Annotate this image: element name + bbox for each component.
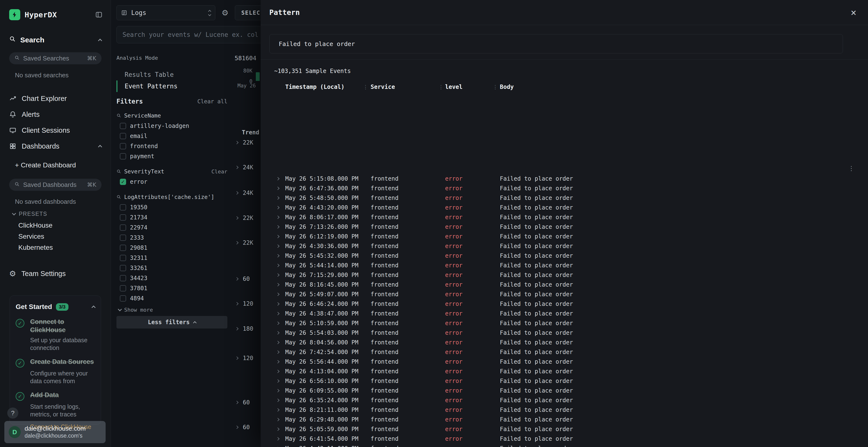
source-settings-gear-icon[interactable]: ⚙ bbox=[222, 9, 228, 16]
event-row[interactable]: May 26 7:13:26.000 PMfrontenderrorFailed… bbox=[261, 222, 868, 232]
chevron-right-icon[interactable] bbox=[276, 399, 279, 402]
filter-checkbox-row[interactable]: email bbox=[117, 131, 227, 141]
pattern-row-fragment[interactable]: 60 bbox=[236, 398, 250, 407]
event-row[interactable]: May 26 7:42:54.000 PMfrontenderrorFailed… bbox=[261, 347, 868, 357]
chevron-right-icon[interactable] bbox=[276, 254, 279, 257]
chevron-right-icon[interactable] bbox=[276, 225, 279, 229]
column-resize-icon[interactable]: ⋮ bbox=[493, 84, 500, 90]
pattern-row-fragment[interactable]: 120 bbox=[236, 300, 253, 308]
get-started-item-connect-to-clickhouse[interactable]: ✓Connect to ClickHouseSet up your databa… bbox=[16, 318, 95, 352]
filter-checkbox-row[interactable]: 2333 bbox=[117, 233, 227, 243]
event-row[interactable]: May 26 8:16:45.000 PMfrontenderrorFailed… bbox=[261, 280, 868, 289]
clear-all-filters-link[interactable]: Clear all bbox=[197, 98, 227, 105]
event-row[interactable]: May 26 5:05:59.000 PMfrontenderrorFailed… bbox=[261, 424, 868, 434]
get-started-header[interactable]: Get Started 3/3 bbox=[16, 302, 95, 312]
event-row[interactable]: May 26 4:42:11.000 PMfrontenderrorFailed… bbox=[261, 444, 868, 447]
checkbox[interactable] bbox=[120, 123, 126, 129]
filter-checkbox-row[interactable]: 29081 bbox=[117, 243, 227, 253]
table-settings-icon[interactable]: ⋮ bbox=[848, 163, 855, 174]
checkbox[interactable] bbox=[120, 179, 126, 185]
pattern-row-fragment[interactable]: 60 bbox=[236, 423, 250, 431]
filter-checkbox-row[interactable]: error bbox=[117, 177, 227, 187]
event-row[interactable]: May 26 4:13:04.000 PMfrontenderrorFailed… bbox=[261, 367, 868, 376]
event-row[interactable]: May 26 6:35:24.000 PMfrontenderrorFailed… bbox=[261, 396, 868, 405]
sidebar-item-chart-explorer[interactable]: Chart Explorer bbox=[0, 91, 111, 106]
checkbox[interactable] bbox=[120, 285, 126, 291]
filter-checkbox-row[interactable]: frontend bbox=[117, 141, 227, 151]
event-row[interactable]: May 26 6:46:24.000 PMfrontenderrorFailed… bbox=[261, 299, 868, 309]
chevron-right-icon[interactable] bbox=[276, 244, 279, 248]
chevron-right-icon[interactable] bbox=[276, 273, 279, 277]
presets-toggle[interactable]: PRESETS bbox=[9, 210, 101, 217]
chevron-right-icon[interactable] bbox=[276, 370, 279, 373]
clear-filter-link[interactable]: Clear bbox=[212, 169, 227, 175]
chevron-right-icon[interactable] bbox=[276, 408, 279, 412]
saved-searches-input[interactable]: Saved Searches ⌘K bbox=[9, 52, 101, 64]
filter-checkbox-row[interactable]: 33261 bbox=[117, 263, 227, 273]
column-resize-icon[interactable]: ⋮ bbox=[438, 84, 445, 90]
filter-checkbox-row[interactable]: 37801 bbox=[117, 283, 227, 294]
event-row[interactable]: May 26 5:49:07.000 PMfrontenderrorFailed… bbox=[261, 289, 868, 299]
event-row[interactable]: May 26 5:44:14.000 PMfrontenderrorFailed… bbox=[261, 261, 868, 270]
analysis-option-results-table[interactable]: Results Table bbox=[117, 69, 227, 80]
chevron-right-icon[interactable] bbox=[276, 427, 279, 431]
filter-checkbox-row[interactable]: 22974 bbox=[117, 222, 227, 233]
event-row[interactable]: May 26 6:47:36.000 PMfrontenderrorFailed… bbox=[261, 183, 868, 193]
chevron-right-icon[interactable] bbox=[276, 418, 279, 421]
event-row[interactable]: May 26 7:15:29.000 PMfrontenderrorFailed… bbox=[261, 270, 868, 280]
chevron-right-icon[interactable] bbox=[276, 389, 279, 392]
sidebar-item-alerts[interactable]: Alerts bbox=[0, 106, 111, 122]
chevron-right-icon[interactable] bbox=[276, 341, 279, 344]
filter-checkbox-row[interactable]: 21734 bbox=[117, 212, 227, 222]
chevron-right-icon[interactable] bbox=[276, 437, 279, 441]
chevron-right-icon[interactable] bbox=[276, 331, 279, 335]
preset-item-services[interactable]: Services bbox=[0, 231, 111, 242]
saved-dashboards-input[interactable]: Saved Dashboards ⌘K bbox=[9, 179, 101, 191]
checkbox[interactable] bbox=[120, 265, 126, 271]
chevron-right-icon[interactable] bbox=[276, 264, 279, 267]
event-row[interactable]: May 26 6:29:48.000 PMfrontenderrorFailed… bbox=[261, 415, 868, 424]
chevron-right-icon[interactable] bbox=[276, 350, 279, 354]
filter-checkbox-row[interactable]: 4894 bbox=[117, 294, 227, 304]
chevron-right-icon[interactable] bbox=[276, 283, 279, 286]
collapse-sidebar-icon[interactable] bbox=[95, 11, 102, 18]
get-started-item-add-data[interactable]: ✓Add DataStart sending logs, metrics, or… bbox=[16, 391, 95, 418]
filter-checkbox-row[interactable]: 34423 bbox=[117, 273, 227, 283]
event-row[interactable]: May 26 4:30:36.000 PMfrontenderrorFailed… bbox=[261, 241, 868, 251]
pattern-row-fragment[interactable]: 22K bbox=[236, 138, 253, 147]
checkbox[interactable] bbox=[120, 295, 126, 302]
chevron-right-icon[interactable] bbox=[276, 196, 279, 200]
sidebar-item-dashboards[interactable]: Dashboards bbox=[0, 138, 111, 154]
pattern-row-fragment[interactable]: 180 bbox=[236, 325, 253, 333]
chevron-right-icon[interactable] bbox=[276, 235, 279, 238]
chevron-right-icon[interactable] bbox=[276, 360, 279, 364]
help-button[interactable]: ? bbox=[7, 408, 18, 419]
less-filters-button[interactable]: Less filters bbox=[117, 316, 227, 329]
sidebar-section-search[interactable]: Search bbox=[9, 36, 101, 44]
source-select[interactable]: Logs bbox=[117, 5, 215, 20]
filter-checkbox-row[interactable]: 19350 bbox=[117, 202, 227, 212]
chevron-right-icon[interactable] bbox=[276, 177, 279, 180]
chevron-right-icon[interactable] bbox=[276, 379, 279, 383]
event-row[interactable]: May 26 5:45:32.000 PMfrontenderrorFailed… bbox=[261, 251, 868, 261]
chevron-right-icon[interactable] bbox=[276, 187, 279, 190]
event-row[interactable]: May 26 4:43:20.000 PMfrontenderrorFailed… bbox=[261, 203, 868, 212]
chevron-right-icon[interactable] bbox=[276, 215, 279, 219]
pattern-row-fragment[interactable]: 60 bbox=[236, 275, 250, 283]
chevron-right-icon[interactable] bbox=[276, 206, 279, 209]
filter-checkbox-row[interactable]: payment bbox=[117, 151, 227, 161]
event-row[interactable]: May 26 5:15:08.000 PMfrontenderrorFailed… bbox=[261, 174, 868, 183]
create-dashboard-button[interactable]: + Create Dashboard bbox=[0, 158, 111, 172]
checkbox[interactable] bbox=[120, 235, 126, 241]
column-resize-icon[interactable]: ⋮ bbox=[363, 84, 371, 90]
event-row[interactable]: May 26 6:56:10.000 PMfrontenderrorFailed… bbox=[261, 376, 868, 386]
chevron-right-icon[interactable] bbox=[276, 293, 279, 296]
pattern-row-fragment[interactable]: 22K bbox=[236, 214, 253, 222]
pattern-row-fragment[interactable]: 24K bbox=[236, 163, 253, 171]
checkbox[interactable] bbox=[120, 214, 126, 220]
col-header-timestamp[interactable]: Timestamp (Local) bbox=[285, 83, 363, 90]
checkbox[interactable] bbox=[120, 143, 126, 149]
checkbox[interactable] bbox=[120, 225, 126, 231]
event-row[interactable]: May 26 6:12:19.000 PMfrontenderrorFailed… bbox=[261, 232, 868, 241]
pattern-row-fragment[interactable]: 120 bbox=[236, 354, 253, 362]
